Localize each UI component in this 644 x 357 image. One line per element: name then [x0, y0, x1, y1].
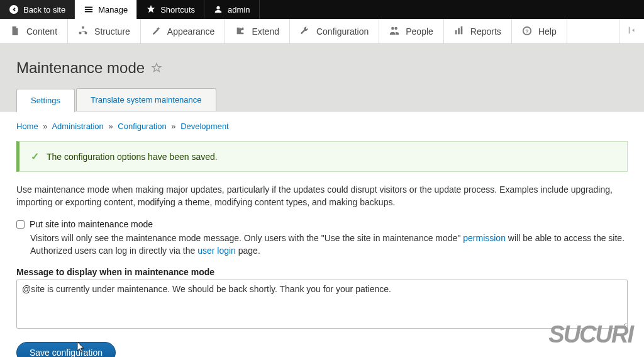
admin-item-content[interactable]: Content [0, 19, 68, 43]
breadcrumb-config[interactable]: Configuration [118, 122, 166, 131]
wrench-icon [300, 26, 311, 37]
document-icon [10, 26, 21, 37]
shortcuts-toggle[interactable]: Shortcuts [137, 0, 204, 19]
hamburger-icon [84, 4, 94, 14]
status-message: ✓ The configuration options have been sa… [16, 141, 628, 172]
shortcut-star-icon[interactable] [151, 62, 162, 74]
bars-icon [454, 26, 465, 37]
admin-item-structure[interactable]: Structure [68, 19, 141, 43]
tab-translate[interactable]: Translate system maintenance [76, 88, 216, 111]
admin-item-reports[interactable]: Reports [444, 19, 512, 43]
puzzle-icon [235, 26, 247, 37]
back-to-site[interactable]: Back to site [0, 0, 75, 19]
svg-rect-5 [461, 26, 463, 33]
message-label: Message to display when in maintenance m… [16, 267, 628, 277]
user-menu[interactable]: admin [204, 0, 259, 19]
svg-rect-2 [85, 11, 92, 13]
breadcrumb-home[interactable]: Home [16, 122, 38, 131]
admin-item-label: Reports [470, 26, 501, 37]
wand-icon [151, 26, 162, 37]
people-icon [389, 26, 401, 37]
svg-rect-0 [85, 7, 92, 8]
back-arrow-icon [9, 4, 19, 14]
svg-rect-1 [85, 9, 92, 10]
help-text: Use maintenance mode when making major u… [16, 183, 628, 209]
admin-item-people[interactable]: People [379, 19, 444, 43]
svg-text:?: ? [525, 28, 528, 34]
page-title: Maintenance mode [16, 59, 145, 77]
maintenance-message-textarea[interactable] [16, 280, 628, 329]
admin-item-label: People [406, 26, 433, 37]
collapse-icon [628, 26, 636, 37]
admin-item-help[interactable]: ? Help [512, 19, 567, 43]
admin-item-label: Structure [94, 26, 130, 37]
back-to-site-label: Back to site [23, 5, 65, 14]
status-text: The configuration options have been save… [47, 152, 218, 162]
admin-item-label: Help [538, 26, 557, 37]
user-label: admin [228, 5, 250, 14]
tab-settings[interactable]: Settings [16, 89, 75, 112]
svg-rect-4 [458, 28, 460, 34]
checkbox-description: Visitors will only see the maintenance m… [30, 232, 628, 258]
admin-item-label: Content [26, 26, 57, 37]
manage-label: Manage [98, 5, 128, 14]
user-icon [213, 4, 223, 14]
permission-link[interactable]: permission [463, 233, 506, 243]
user-login-link[interactable]: user login [197, 246, 236, 256]
structure-icon [78, 26, 89, 37]
admin-item-appearance[interactable]: Appearance [141, 19, 226, 43]
admin-item-configuration[interactable]: Configuration [290, 19, 379, 43]
help-icon: ? [522, 26, 533, 37]
manage-toggle[interactable]: Manage [75, 0, 137, 19]
admin-item-label: Extend [252, 26, 279, 37]
svg-rect-3 [455, 30, 457, 34]
breadcrumb-dev[interactable]: Development [180, 122, 229, 131]
shortcuts-label: Shortcuts [160, 5, 195, 14]
toolbar-orientation-toggle[interactable] [619, 19, 644, 43]
admin-item-label: Appearance [167, 26, 215, 37]
admin-item-label: Configuration [316, 26, 369, 37]
breadcrumb-admin[interactable]: Administration [52, 122, 103, 131]
save-configuration-button[interactable]: Save configuration [16, 342, 116, 357]
admin-item-extend[interactable]: Extend [225, 19, 290, 43]
check-icon: ✓ [31, 150, 39, 162]
maintenance-mode-checkbox[interactable] [16, 220, 25, 229]
breadcrumb: Home » Administration » Configuration » … [16, 122, 628, 131]
maintenance-mode-label[interactable]: Put site into maintenance mode [30, 219, 153, 229]
star-icon [146, 4, 156, 14]
